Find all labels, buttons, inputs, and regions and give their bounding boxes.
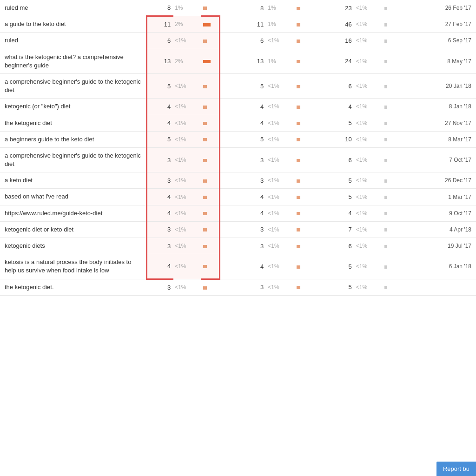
date-cell: 9 Oct '17	[416, 205, 476, 221]
col2-num: 3	[240, 279, 266, 295]
keyword-cell: a beginners guide to the keto diet	[0, 131, 147, 147]
col2-num: 3	[240, 221, 266, 238]
table-row: ketogenic (or "keto") diet 4 <1% 4 <1% 4…	[0, 99, 476, 115]
col1-num: 3	[147, 221, 173, 238]
col2-pct: <1%	[266, 33, 294, 49]
col3-num: 4	[328, 99, 354, 115]
col3-pct: <1%	[355, 238, 383, 254]
date-cell: 8 May '17	[416, 49, 476, 73]
col-spacer	[220, 221, 240, 238]
col1-pct: <1%	[173, 33, 201, 49]
col3-bar	[383, 205, 396, 221]
table-row: https://www.ruled.me/guide-keto-diet 4 <…	[0, 205, 476, 221]
col1-pct: <1%	[173, 205, 201, 221]
col2-pct: <1%	[266, 131, 294, 147]
col1-num: 4	[147, 189, 173, 205]
date-cell: 26 Dec '17	[416, 172, 476, 189]
table-row: a comprehensive beginner's guide to the …	[0, 73, 476, 98]
keyword-cell: ruled me	[0, 0, 147, 16]
table-row: a beginners guide to the keto diet 5 <1%…	[0, 131, 476, 147]
col2-num: 5	[240, 73, 266, 98]
col1-num: 4	[147, 254, 173, 279]
col1-num: 3	[147, 238, 173, 254]
col1-pct: <1%	[173, 99, 201, 115]
col-spacer3	[396, 279, 416, 295]
col1-pct: <1%	[173, 238, 201, 254]
col1-num: 3	[147, 279, 173, 295]
table-row: ketogenic diet or keto diet 3 <1% 3 <1% …	[0, 221, 476, 238]
table-row: ruled me 8 1% 8 1% 23 <1% 26 Feb '17	[0, 0, 476, 16]
col2-pct: <1%	[266, 147, 294, 172]
col1-pct: <1%	[173, 221, 201, 238]
col1-num: 4	[147, 115, 173, 131]
col1-bar	[201, 73, 219, 98]
table-row: the ketogenic diet. 3 <1% 3 <1% 5 <1%	[0, 279, 476, 295]
col2-bar	[295, 254, 308, 279]
col2-bar	[295, 131, 308, 147]
col-spacer2	[308, 33, 328, 49]
keyword-cell: ketogenic diet or keto diet	[0, 221, 147, 238]
col3-pct: <1%	[355, 115, 383, 131]
col-spacer	[220, 172, 240, 189]
col2-bar	[295, 115, 308, 131]
col-spacer3	[396, 99, 416, 115]
report-button[interactable]: Report bu	[436, 462, 476, 476]
col2-num: 8	[240, 0, 266, 16]
col1-pct: 2%	[173, 49, 201, 73]
table-row: a comprehensive beginner's guide to the …	[0, 147, 476, 172]
col1-num: 5	[147, 131, 173, 147]
col2-bar	[295, 205, 308, 221]
col1-bar	[201, 254, 219, 279]
col1-bar	[201, 189, 219, 205]
col3-num: 16	[328, 33, 354, 49]
main-container: ruled me 8 1% 8 1% 23 <1% 26 Feb '17 a g…	[0, 0, 476, 476]
col1-bar	[201, 33, 219, 49]
keyword-cell: ketogenic (or "keto") diet	[0, 99, 147, 115]
keyword-cell: ketogenic diets	[0, 238, 147, 254]
col1-pct: <1%	[173, 172, 201, 189]
col3-num: 5	[328, 115, 354, 131]
col-spacer	[220, 99, 240, 115]
col1-pct: <1%	[173, 279, 201, 295]
col-spacer2	[308, 0, 328, 16]
col-spacer3	[396, 147, 416, 172]
col1-bar	[201, 115, 219, 131]
table-row: the ketogenic diet 4 <1% 4 <1% 5 <1% 27 …	[0, 115, 476, 131]
col3-pct: <1%	[355, 0, 383, 16]
col2-num: 6	[240, 33, 266, 49]
col-spacer2	[308, 279, 328, 295]
col-spacer	[220, 0, 240, 16]
col3-num: 6	[328, 73, 354, 98]
date-cell: 27 Nov '17	[416, 115, 476, 131]
table-row: ruled 6 <1% 6 <1% 16 <1% 6 Sep '17	[0, 33, 476, 49]
keyword-cell: a comprehensive beginner's guide to the …	[0, 147, 147, 172]
col-spacer	[220, 254, 240, 279]
keyword-cell: the ketogenic diet	[0, 115, 147, 131]
col2-pct: <1%	[266, 99, 294, 115]
col3-pct: <1%	[355, 131, 383, 147]
col2-pct: 1%	[266, 0, 294, 16]
col-spacer3	[396, 33, 416, 49]
col1-bar	[201, 279, 219, 295]
col-spacer	[220, 131, 240, 147]
col-spacer3	[396, 16, 416, 33]
col1-pct: 1%	[173, 0, 201, 16]
col2-num: 11	[240, 16, 266, 33]
col-spacer2	[308, 189, 328, 205]
col2-pct: <1%	[266, 189, 294, 205]
date-cell: 1 Mar '17	[416, 189, 476, 205]
col3-num: 6	[328, 238, 354, 254]
keywords-table: ruled me 8 1% 8 1% 23 <1% 26 Feb '17 a g…	[0, 0, 476, 296]
col2-pct: 1%	[266, 16, 294, 33]
col2-bar	[295, 49, 308, 73]
col3-num: 10	[328, 131, 354, 147]
col3-bar	[383, 33, 396, 49]
date-cell: 26 Feb '17	[416, 0, 476, 16]
col-spacer	[220, 238, 240, 254]
date-cell: 27 Feb '17	[416, 16, 476, 33]
col1-num: 11	[147, 16, 173, 33]
col2-bar	[295, 147, 308, 172]
table-row: a guide to the keto diet 11 2% 11 1% 46 …	[0, 16, 476, 33]
col-spacer	[220, 49, 240, 73]
date-cell: 6 Sep '17	[416, 33, 476, 49]
